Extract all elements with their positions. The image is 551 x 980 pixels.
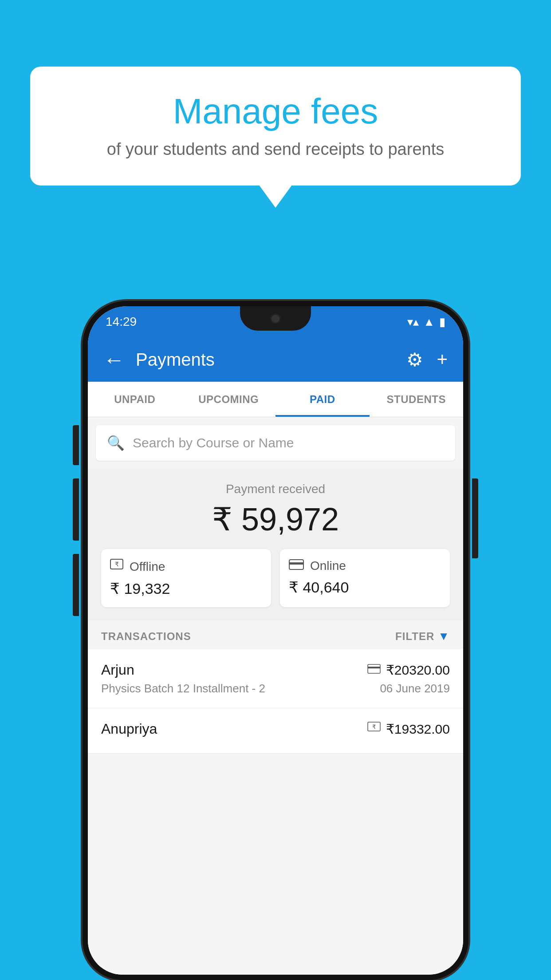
- transactions-label: TRANSACTIONS: [101, 630, 191, 643]
- battery-icon: ▮: [439, 315, 445, 329]
- phone-screen: 14:29 ▾▴ ▲ ▮ ← Payments ⚙ + UNPAID UPCOM…: [88, 306, 463, 975]
- transaction-row1: Arjun ₹20320.00: [101, 662, 450, 678]
- tab-upcoming[interactable]: UPCOMING: [182, 382, 276, 417]
- transaction-list: Arjun ₹20320.00 Physics: [88, 649, 463, 754]
- speech-bubble: Manage fees of your students and send re…: [30, 67, 521, 186]
- svg-rect-4: [368, 664, 380, 673]
- side-btn-power: [73, 425, 79, 465]
- status-icons: ▾▴ ▲ ▮: [407, 315, 445, 329]
- filter-button[interactable]: FILTER ▼: [395, 629, 450, 643]
- bubble-subtitle: of your students and send receipts to pa…: [57, 140, 494, 159]
- side-btn-vol-down: [73, 554, 79, 616]
- svg-text:₹: ₹: [115, 561, 119, 568]
- status-time: 14:29: [106, 315, 137, 329]
- back-button[interactable]: ←: [103, 348, 125, 372]
- tab-paid[interactable]: PAID: [276, 382, 370, 417]
- svg-rect-5: [368, 667, 380, 668]
- transaction-name: Anupriya: [101, 721, 157, 737]
- online-card-header: Online: [289, 559, 441, 573]
- payment-cards: ₹ Offline ₹ 19,332: [101, 549, 450, 607]
- offline-payment-icon2: ₹: [367, 722, 381, 736]
- offline-label: Offline: [130, 560, 165, 574]
- payment-summary: Payment received ₹ 59,972 ₹: [88, 469, 463, 620]
- filter-icon: ▼: [438, 629, 450, 643]
- search-bar[interactable]: 🔍 Search by Course or Name: [96, 425, 455, 461]
- transaction-row1: Anupriya ₹ ₹19332.00: [101, 721, 450, 737]
- transaction-amount: ₹20320.00: [386, 662, 450, 678]
- offline-card-header: ₹ Offline: [110, 559, 262, 574]
- speech-bubble-container: Manage fees of your students and send re…: [30, 67, 521, 186]
- filter-label: FILTER: [395, 630, 434, 643]
- bubble-title: Manage fees: [57, 91, 494, 132]
- offline-amount: ₹ 19,332: [110, 580, 262, 597]
- table-row[interactable]: Anupriya ₹ ₹19332.00: [88, 708, 463, 754]
- tab-unpaid[interactable]: UNPAID: [88, 382, 182, 417]
- online-amount: ₹ 40,640: [289, 578, 441, 596]
- signal-icon: ▲: [423, 315, 435, 329]
- back-icon: ←: [103, 348, 125, 372]
- transaction-amount: ₹19332.00: [386, 721, 450, 737]
- add-button[interactable]: +: [437, 349, 448, 370]
- tabs-bar: UNPAID UPCOMING PAID STUDENTS: [88, 382, 463, 417]
- app-bar: ← Payments ⚙ +: [88, 337, 463, 382]
- svg-rect-3: [289, 562, 303, 565]
- transaction-name: Arjun: [101, 662, 134, 678]
- transactions-header: TRANSACTIONS FILTER ▼: [88, 620, 463, 649]
- online-payment-card: Online ₹ 40,640: [280, 549, 450, 607]
- transaction-amount-wrap: ₹20320.00: [367, 662, 450, 678]
- notch-camera: [270, 313, 281, 324]
- notch: [240, 306, 311, 331]
- payment-received-label: Payment received: [101, 482, 450, 496]
- app-bar-actions: ⚙ +: [406, 349, 448, 371]
- side-btn-right: [472, 478, 478, 558]
- offline-payment-icon: ₹: [110, 559, 123, 574]
- transaction-date: 06 June 2019: [380, 682, 450, 695]
- tab-students[interactable]: STUDENTS: [370, 382, 464, 417]
- screen-content: 🔍 Search by Course or Name Payment recei…: [88, 417, 463, 975]
- table-row[interactable]: Arjun ₹20320.00 Physics: [88, 649, 463, 708]
- app-title: Payments: [136, 350, 395, 370]
- payment-total-amount: ₹ 59,972: [101, 501, 450, 538]
- search-icon: 🔍: [107, 435, 125, 451]
- side-btn-vol-up: [73, 478, 79, 541]
- online-payment-icon: [289, 559, 304, 573]
- phone-outer: 14:29 ▾▴ ▲ ▮ ← Payments ⚙ + UNPAID UPCOM…: [83, 301, 468, 980]
- settings-button[interactable]: ⚙: [406, 349, 423, 371]
- wifi-icon: ▾▴: [407, 315, 419, 329]
- transaction-row2: Physics Batch 12 Installment - 2 06 June…: [101, 682, 450, 695]
- transaction-amount-wrap: ₹ ₹19332.00: [367, 721, 450, 737]
- search-input[interactable]: Search by Course or Name: [133, 435, 294, 450]
- svg-text:₹: ₹: [372, 723, 376, 730]
- online-label: Online: [310, 559, 346, 573]
- card-payment-icon: [367, 663, 381, 677]
- transaction-desc: Physics Batch 12 Installment - 2: [101, 682, 265, 695]
- offline-payment-card: ₹ Offline ₹ 19,332: [101, 549, 271, 607]
